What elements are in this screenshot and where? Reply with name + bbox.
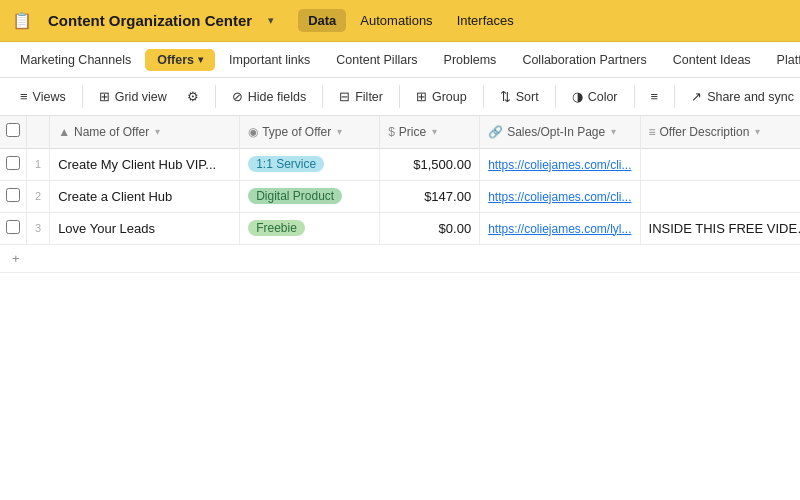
offer-name-cell[interactable]: Create My Client Hub VIP... (50, 148, 240, 180)
hide-fields-button[interactable]: ⊘ Hide fields (224, 85, 314, 108)
offer-sales-link[interactable]: https://coliejames.com/cli... (488, 158, 631, 172)
nav-data[interactable]: Data (298, 9, 346, 32)
views-icon: ≡ (20, 89, 28, 104)
name-col-label: Name of Offer (74, 125, 149, 139)
name-header[interactable]: ▲ Name of Offer ▾ (50, 116, 240, 148)
offer-sales-link[interactable]: https://coliejames.com/lyl... (488, 222, 631, 236)
table-container: ▲ Name of Offer ▾ ◉ Type of Offer ▾ (0, 116, 800, 500)
type-col-sort-icon: ▾ (337, 126, 342, 137)
tab-content-ideas[interactable]: Content Ideas (661, 49, 763, 71)
grid-view-button[interactable]: ⊞ Grid view (91, 85, 175, 108)
table-row[interactable]: 3Love Your LeadsFreebie$0.00https://coli… (0, 212, 800, 244)
tab-platform-metrics[interactable]: Platform Metrics Tracking (765, 49, 800, 71)
offer-price-cell[interactable]: $1,500.00 (380, 148, 480, 180)
add-row-button[interactable]: + (0, 245, 800, 273)
sort-icon: ⇅ (500, 89, 511, 104)
views-group: ≡ Views (12, 85, 83, 108)
desc-col-sort-icon: ▾ (755, 126, 760, 137)
row-number: 2 (27, 180, 50, 212)
hide-icon: ⊘ (232, 89, 243, 104)
row-checkbox[interactable] (6, 220, 20, 234)
share-icon: ↗ (691, 89, 702, 104)
table-header-row: ▲ Name of Offer ▾ ◉ Type of Offer ▾ (0, 116, 800, 148)
checkbox-header (0, 116, 27, 148)
grid-view-label: Grid view (115, 90, 167, 104)
color-button[interactable]: ◑ Color (564, 85, 626, 108)
nav-automations[interactable]: Automations (350, 9, 442, 32)
type-col-label: Type of Offer (262, 125, 331, 139)
title-chevron-icon[interactable]: ▾ (268, 14, 274, 27)
offer-sales-cell[interactable]: https://coliejames.com/cli... (480, 148, 640, 180)
offers-table: ▲ Name of Offer ▾ ◉ Type of Offer ▾ (0, 116, 800, 245)
price-header[interactable]: $ Price ▾ (380, 116, 480, 148)
color-label: Color (588, 90, 618, 104)
sort-label: Sort (516, 90, 539, 104)
offer-type-cell[interactable]: 1:1 Service (240, 148, 380, 180)
offer-description-cell[interactable] (640, 148, 800, 180)
row-checkbox-cell[interactable] (0, 148, 27, 180)
description-header[interactable]: ≡ Offer Description ▾ (640, 116, 800, 148)
sales-header[interactable]: 🔗 Sales/Opt-In Page ▾ (480, 116, 640, 148)
app-container: 📋 Content Organization Center ▾ Data Aut… (0, 0, 800, 500)
price-col-label: Price (399, 125, 426, 139)
name-col-sort-icon: ▾ (155, 126, 160, 137)
group-button[interactable]: ⊞ Group (408, 85, 475, 108)
row-height-group: ≡ (643, 85, 676, 108)
offer-price-cell[interactable]: $0.00 (380, 212, 480, 244)
tab-problems[interactable]: Problems (432, 49, 509, 71)
row-checkbox[interactable] (6, 188, 20, 202)
filter-icon: ⊟ (339, 89, 350, 104)
offer-description-cell[interactable] (640, 180, 800, 212)
offer-type-cell[interactable]: Freebie (240, 212, 380, 244)
name-col-icon: ▲ (58, 125, 70, 139)
sort-button[interactable]: ⇅ Sort (492, 85, 547, 108)
offer-sales-cell[interactable]: https://coliejames.com/cli... (480, 180, 640, 212)
row-height-button[interactable]: ≡ (643, 85, 667, 108)
row-number: 1 (27, 148, 50, 180)
offer-price-cell[interactable]: $147.00 (380, 180, 480, 212)
desc-col-icon: ≡ (649, 125, 656, 139)
group-icon: ⊞ (416, 89, 427, 104)
header-nav: Data Automations Interfaces (298, 9, 524, 32)
grid-options-button[interactable]: ⚙ (179, 85, 207, 108)
app-title: Content Organization Center (48, 12, 252, 29)
offer-description-cell[interactable]: INSIDE THIS FREE VIDEO ... (640, 212, 800, 244)
row-height-icon: ≡ (651, 89, 659, 104)
offer-type-cell[interactable]: Digital Product (240, 180, 380, 212)
views-button[interactable]: ≡ Views (12, 85, 74, 108)
header: 📋 Content Organization Center ▾ Data Aut… (0, 0, 800, 42)
price-col-sort-icon: ▾ (432, 126, 437, 137)
filter-label: Filter (355, 90, 383, 104)
offer-type-badge: Digital Product (248, 188, 342, 204)
color-icon: ◑ (572, 89, 583, 104)
share-sync-button[interactable]: ↗ Share and sync (683, 85, 800, 108)
tab-content-pillars[interactable]: Content Pillars (324, 49, 429, 71)
offer-sales-link[interactable]: https://coliejames.com/cli... (488, 190, 631, 204)
row-checkbox-cell[interactable] (0, 212, 27, 244)
sort-group: ⇅ Sort (492, 85, 556, 108)
offer-name-cell[interactable]: Create a Client Hub (50, 180, 240, 212)
hide-fields-group: ⊘ Hide fields (224, 85, 323, 108)
tab-important-links[interactable]: Important links (217, 49, 322, 71)
filter-button[interactable]: ⊟ Filter (331, 85, 391, 108)
row-checkbox-cell[interactable] (0, 180, 27, 212)
type-col-icon: ◉ (248, 125, 258, 139)
tab-marketing-channels[interactable]: Marketing Channels (8, 49, 143, 71)
group-label: Group (432, 90, 467, 104)
tab-offers[interactable]: Offers ▾ (145, 49, 215, 71)
tabbar: Marketing Channels Offers ▾ Important li… (0, 42, 800, 78)
type-header[interactable]: ◉ Type of Offer ▾ (240, 116, 380, 148)
desc-col-label: Offer Description (660, 125, 750, 139)
row-checkbox[interactable] (6, 156, 20, 170)
color-group: ◑ Color (564, 85, 635, 108)
offer-sales-cell[interactable]: https://coliejames.com/lyl... (480, 212, 640, 244)
select-all-checkbox[interactable] (6, 123, 20, 137)
tab-collaboration-partners[interactable]: Collaboration Partners (510, 49, 658, 71)
nav-interfaces[interactable]: Interfaces (447, 9, 524, 32)
sales-col-icon: 🔗 (488, 125, 503, 139)
table-row[interactable]: 2Create a Client HubDigital Product$147.… (0, 180, 800, 212)
filter-group: ⊟ Filter (331, 85, 400, 108)
table-row[interactable]: 1Create My Client Hub VIP...1:1 Service$… (0, 148, 800, 180)
sales-col-label: Sales/Opt-In Page (507, 125, 605, 139)
offer-name-cell[interactable]: Love Your Leads (50, 212, 240, 244)
